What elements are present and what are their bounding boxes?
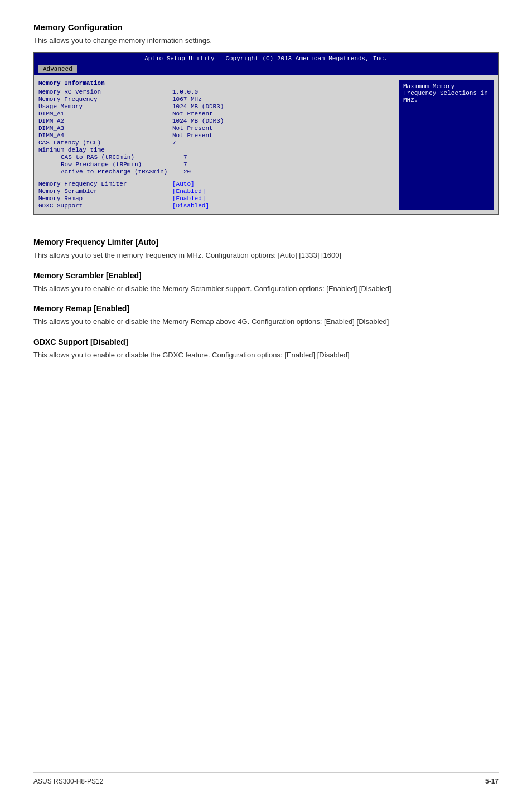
- footer-page-number: 5-17: [485, 777, 499, 785]
- bios-option-freq-limiter: Memory Frequency Limiter [Auto]: [38, 181, 393, 187]
- subsection-gdxc: GDXC Support [Disabled] This allows you …: [33, 337, 499, 361]
- bios-option-remap: Memory Remap [Enabled]: [38, 195, 393, 202]
- bios-option-gdxc: GDXC Support [Disabled]: [38, 202, 393, 209]
- bios-body: Memory Information Memory RC Version 1.0…: [34, 75, 498, 214]
- bios-screen: Aptio Setup Utility - Copyright (C) 2013…: [33, 52, 499, 215]
- bios-field-usage: Usage Memory 1024 MB (DDR3): [38, 103, 393, 110]
- subsection-freq-limiter-title: Memory Frequency Limiter [Auto]: [33, 238, 499, 247]
- bios-left-panel: Memory Information Memory RC Version 1.0…: [38, 80, 399, 210]
- subsection-scrambler-desc: This allows you to enable or disable the…: [33, 283, 499, 294]
- subsection-gdxc-desc: This allows you to enable or disable the…: [33, 350, 499, 361]
- bios-field-rc-version: Memory RC Version 1.0.0.0: [38, 89, 393, 95]
- bios-help-text: Maximum Memory Frequency Selections in M…: [403, 83, 488, 103]
- page-description: This allows you to change memory informa…: [33, 36, 499, 45]
- page-title: Memory Configuration: [33, 22, 499, 32]
- subsection-gdxc-title: GDXC Support [Disabled]: [33, 337, 499, 346]
- bios-field-min-delay: Minimum delay time: [38, 147, 393, 153]
- page-footer: ASUS RS300-H8-PS12 5-17: [33, 772, 499, 785]
- subsection-scrambler-title: Memory Scrambler [Enabled]: [33, 271, 499, 280]
- bios-field-trpmin: Row Precharge (tRPmin) 7: [38, 161, 393, 168]
- subsection-scrambler: Memory Scrambler [Enabled] This allows y…: [33, 271, 499, 294]
- bios-field-dimm-a4: DIMM_A4 Not Present: [38, 132, 393, 139]
- bios-field-cas: CAS Latency (tCL) 7: [38, 139, 393, 146]
- bios-field-trcmin: CAS to RAS (tRCDmin) 7: [38, 154, 393, 161]
- bios-option-scrambler: Memory Scrambler [Enabled]: [38, 188, 393, 195]
- subsection-remap-title: Memory Remap [Enabled]: [33, 304, 499, 313]
- footer-product: ASUS RS300-H8-PS12: [33, 777, 103, 785]
- separator: [33, 226, 499, 226]
- bios-tab-bar: Advanced: [34, 64, 498, 75]
- bios-field-freq: Memory Frequency 1067 MHz: [38, 96, 393, 103]
- subsection-freq-limiter-desc: This allows you to set the memory freque…: [33, 250, 499, 261]
- bios-field-dimm-a3: DIMM_A3 Not Present: [38, 125, 393, 132]
- bios-tab-advanced: Advanced: [38, 65, 77, 73]
- bios-field-dimm-a1: DIMM_A1 Not Present: [38, 110, 393, 117]
- bios-info-header: Memory Information: [38, 80, 393, 86]
- subsection-remap-desc: This allows you to enable or disable the…: [33, 316, 499, 327]
- bios-field-dimm-a2: DIMM_A2 1024 MB (DDR3): [38, 118, 393, 124]
- subsection-freq-limiter: Memory Frequency Limiter [Auto] This all…: [33, 238, 499, 261]
- subsection-remap: Memory Remap [Enabled] This allows you t…: [33, 304, 499, 327]
- bios-field-trasmin: Active to Precharge (tRASmin) 20: [38, 168, 393, 175]
- bios-title-bar: Aptio Setup Utility - Copyright (C) 2013…: [34, 53, 498, 64]
- bios-right-panel: Maximum Memory Frequency Selections in M…: [399, 80, 494, 210]
